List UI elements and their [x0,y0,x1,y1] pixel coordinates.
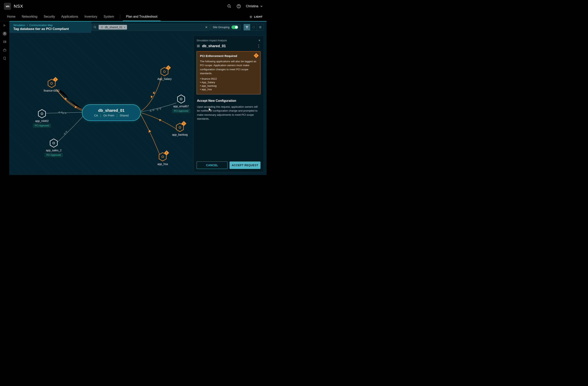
nav-security[interactable]: Security [41,13,58,21]
left-sidebar [0,21,9,175]
sidebar-toolbox-icon[interactable] [2,48,7,53]
alert-list: finance-0522 App_Salary app_bankwg app_h… [200,77,257,91]
alert-list-item: finance-0522 [200,77,257,80]
search-icon [93,26,97,29]
product-name: NSX [14,4,23,9]
nav-networking[interactable]: Networking [19,13,41,21]
search-bar[interactable]: db_shared_01 ▾ ✕ [91,24,210,31]
close-panel-icon[interactable]: ✕ [258,39,260,42]
breadcrumb: Simulation • Communication Map [13,24,76,27]
chevron-down-icon [260,5,263,7]
context-bar: Simulation • Communication Map Tag datab… [9,21,267,33]
theme-label: LIGHT [254,15,263,18]
node-hex-icon: ! [160,67,169,76]
center-node-tags: CA| On Prem| Shared [88,114,134,117]
svg-rect-8 [3,50,6,51]
nav-inventory[interactable]: Inventory [81,13,101,21]
node-label: app_bankwg [172,133,188,136]
topology-node[interactable]: ! App_Salary [157,67,171,80]
breadcrumb-item[interactable]: Communication Map [29,24,53,27]
node-hex-icon: ! [175,123,185,132]
node-hex-icon [38,109,46,118]
help-icon[interactable] [237,4,241,8]
search-chip[interactable]: db_shared_01 ▾ [99,25,127,30]
node-label: app_mkt02 [35,119,49,122]
node-label: app_email07 [173,105,189,108]
topology-node[interactable]: app_email07 PCI Approved [172,95,190,113]
sidebar-expand-icon[interactable] [2,23,7,28]
svg-point-4 [250,16,251,17]
panel-title: db_shared_01 [197,44,226,48]
topology-node[interactable]: app_mkt02 PCI Approved [33,109,51,128]
sun-icon [249,15,252,19]
sidebar-compass-icon[interactable] [2,31,7,36]
svg-marker-24 [148,130,151,133]
brand: vm NSX [4,3,23,10]
node-label: finance-0522 [44,89,60,92]
cancel-button[interactable]: CANCEL [197,161,228,169]
alert-title: PCI Enforcement Required [200,54,257,58]
more-icon[interactable]: ⋮ [257,44,260,48]
canvas-area: Simulation • Communication Map Tag datab… [9,21,267,175]
cursor-icon [209,108,212,112]
theme-toggle[interactable]: LIGHT [249,15,263,19]
nav-home[interactable]: Home [4,13,19,21]
chevron-down-icon: ▾ [124,26,125,28]
nav-plan-troubleshoot[interactable]: Plan and Troubleshoot [123,13,161,21]
center-node-title: db_shared_01 [88,108,134,113]
breadcrumb-item[interactable]: Simulation [13,24,25,27]
toggle-switch[interactable] [231,25,238,29]
vmware-logo: vm [4,3,11,10]
user-name: Christina [246,4,258,8]
view-list-button[interactable] [257,24,264,30]
alert-list-item: App_Salary [200,81,257,84]
view-graph-button[interactable] [244,24,250,30]
accept-text: Upon accepting this request, application… [197,105,260,121]
node-label: app_sales_2 [46,149,61,152]
node-label: App_Salary [157,77,171,80]
topology-node[interactable]: app_sales_2 PCI Approved [45,139,63,157]
topology-node[interactable]: ! app_bankwg [172,123,188,136]
node-hex-icon [177,95,186,104]
alert-box: ! PCI Enforcement Required The following… [197,51,260,94]
app-header: vm NSX Christina [0,0,267,13]
main-nav: Home Networking Security Applications In… [0,13,267,21]
alert-text: The following applications will also be … [200,59,257,75]
svg-point-14 [247,28,247,28]
nav-applications[interactable]: Applications [58,13,81,21]
node-hex-icon: ! [158,152,167,161]
view-radial-button[interactable] [250,24,257,30]
sidebar-cert-icon[interactable] [2,39,7,44]
alert-list-item: app_hsa [200,88,257,91]
search-icon[interactable] [227,4,231,8]
svg-rect-9 [3,57,5,59]
svg-line-11 [95,28,96,28]
site-grouping-toggle[interactable]: Site Grouping [210,24,241,30]
svg-marker-22 [151,96,153,98]
page-title: Tag database tier as PCI Compliant [13,27,76,31]
node-label: app_hsa [157,162,168,166]
node-hex-icon [49,139,58,148]
panel-subtitle: Simulation Impact Analysis [197,39,227,42]
topology-node[interactable]: ! finance-0522 [44,79,60,92]
view-mode-group [243,24,264,31]
topology-node[interactable]: ! app_hsa [157,152,168,166]
svg-marker-19 [64,97,67,100]
nav-system[interactable]: System [101,13,117,21]
center-node[interactable]: db_shared_01 CA| On Prem| Shared [82,104,141,121]
pci-badge: PCI Approved [33,124,51,128]
svg-marker-20 [75,106,77,108]
stack-icon [197,44,200,48]
stack-icon [101,26,103,29]
accept-title: Accept New Configuration [197,99,260,103]
svg-point-10 [94,26,96,28]
header-actions: Christina [227,4,263,8]
user-menu[interactable]: Christina [246,4,263,8]
svg-point-0 [228,5,230,7]
accept-section: Accept New Configuration Upon accepting … [197,99,260,121]
clear-search-icon[interactable]: ✕ [205,25,208,29]
accept-request-button[interactable]: ACCEPT REQUEST [230,161,260,169]
svg-marker-21 [153,91,155,94]
sidebar-doc-icon[interactable] [2,56,7,61]
node-hex-icon: ! [47,79,56,88]
